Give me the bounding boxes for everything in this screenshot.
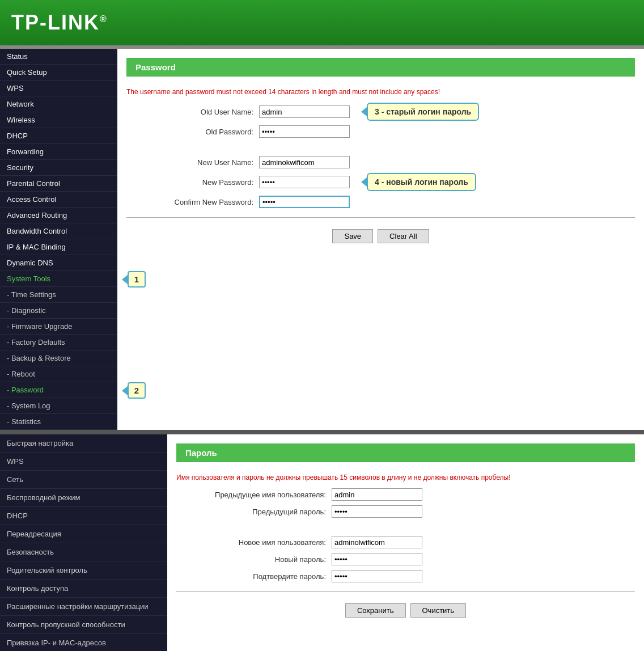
- sidebar-item-system-tools[interactable]: System Tools 1: [0, 271, 117, 287]
- old-password-label: Old Password:: [151, 128, 253, 136]
- ru-confirm-pass-row: Подтвердите пароль:: [167, 570, 644, 582]
- annotation-badge-2: 2: [122, 382, 146, 399]
- callout-4: 4 - новый логин пароль: [361, 173, 476, 191]
- new-password-label: New Password:: [151, 178, 253, 187]
- sidebar-ru-network[interactable]: Сеть: [0, 471, 167, 489]
- ru-old-user-row: Предыдущее имя пользователя:: [167, 488, 644, 501]
- bottom-section: Быстрая настройка WPS Сеть Беспроводной …: [0, 434, 644, 651]
- sidebar-top: Status Quick Setup WPS Network Wireless …: [0, 49, 117, 430]
- sidebar-ru-parental[interactable]: Родительский контроль: [0, 561, 167, 580]
- sidebar-item-network[interactable]: Network: [0, 96, 117, 112]
- top-section: Status Quick Setup WPS Network Wireless …: [0, 49, 644, 430]
- ru-save-button[interactable]: Сохранить: [345, 603, 406, 618]
- confirm-password-label: Confirm New Password:: [151, 198, 253, 206]
- ru-old-username-input[interactable]: [332, 488, 422, 501]
- new-password-input[interactable]: [259, 176, 350, 188]
- warning-ru: Имя пользователя и пароль не должны прев…: [167, 469, 644, 488]
- callout-3: 3 - старый логин пароль: [361, 103, 479, 121]
- sidebar-item-syslog[interactable]: - System Log: [0, 398, 117, 414]
- ru-new-pass-label: Новый пароль:: [179, 555, 326, 564]
- new-username-input[interactable]: [259, 156, 350, 168]
- content-top: Password The username and password must …: [117, 49, 644, 430]
- sidebar-item-time[interactable]: - Time Settings: [0, 287, 117, 303]
- warning-text: The username and password must not excee…: [117, 83, 644, 103]
- ru-old-pass-input[interactable]: [332, 505, 422, 518]
- sidebar-item-bandwidth[interactable]: Bandwidth Control: [0, 223, 117, 239]
- old-username-label: Old User Name:: [151, 108, 253, 116]
- ru-new-username-input[interactable]: [332, 536, 422, 548]
- old-username-input[interactable]: [259, 105, 350, 118]
- ru-old-pass-label: Предыдущий пароль:: [179, 508, 326, 516]
- new-password-row: New Password: 4 - новый логин пароль: [117, 173, 644, 191]
- sidebar-item-dhcp[interactable]: DHCP: [0, 128, 117, 144]
- ru-clear-button[interactable]: Очистить: [410, 603, 467, 618]
- old-password-row: Old Password:: [117, 125, 644, 138]
- header: TP-LINK®: [0, 0, 644, 45]
- sidebar-item-quick-setup[interactable]: Quick Setup: [0, 65, 117, 81]
- ru-button-row: Сохранить Очистить: [167, 603, 644, 629]
- confirm-password-row: Confirm New Password:: [117, 196, 644, 208]
- ru-new-user-row: Новое имя пользователя:: [167, 536, 644, 548]
- ru-new-pass-row: Новый пароль:: [167, 553, 644, 565]
- sidebar-item-status[interactable]: Status: [0, 49, 117, 65]
- sidebar-item-adv-routing[interactable]: Advanced Routing: [0, 208, 117, 223]
- annotation-badge-1: 1: [122, 271, 146, 288]
- sidebar-item-parental[interactable]: Parental Control: [0, 176, 117, 192]
- sidebar-item-diagnostic[interactable]: - Diagnostic: [0, 303, 117, 319]
- content-ru: Пароль Имя пользователя и пароль не долж…: [167, 434, 644, 651]
- sidebar-item-password[interactable]: - Password 2: [0, 382, 117, 398]
- sidebar-ru-bandwidth[interactable]: Контроль пропускной способности: [0, 616, 167, 634]
- ru-confirm-pass-label: Подтвердите пароль:: [179, 572, 326, 581]
- old-username-row: Old User Name: 3 - старый логин пароль: [117, 103, 644, 121]
- sidebar-ru-dhcp[interactable]: DHCP: [0, 507, 167, 525]
- confirm-password-input[interactable]: [259, 196, 350, 208]
- sidebar-item-reboot[interactable]: - Reboot: [0, 366, 117, 382]
- clear-button[interactable]: Clear All: [378, 229, 429, 243]
- ru-old-pass-row: Предыдущий пароль:: [167, 505, 644, 518]
- sidebar-item-factory[interactable]: - Factory Defaults: [0, 335, 117, 350]
- sidebar-ru-ip-mac[interactable]: Привязка IP- и MAC-адресов: [0, 634, 167, 651]
- sidebar-item-ip-mac[interactable]: IP & MAC Binding: [0, 239, 117, 255]
- sidebar-ru-security[interactable]: Безопасность: [0, 543, 167, 561]
- sidebar-item-wps[interactable]: WPS: [0, 81, 117, 96]
- sidebar-item-forwarding[interactable]: Forwarding: [0, 144, 117, 160]
- sidebar-ru-access[interactable]: Контроль доступа: [0, 580, 167, 598]
- new-username-row: New User Name:: [117, 156, 644, 168]
- sidebar-item-security[interactable]: Security: [0, 160, 117, 176]
- sidebar-item-backup[interactable]: - Backup & Restore: [0, 350, 117, 366]
- sidebar-ru-wireless[interactable]: Беспроводной режим: [0, 489, 167, 507]
- ru-new-user-label: Новое имя пользователя:: [179, 538, 326, 547]
- sidebar-item-ddns[interactable]: Dynamic DNS: [0, 255, 117, 271]
- new-username-label: New User Name:: [151, 158, 253, 167]
- sidebar-item-access[interactable]: Access Control: [0, 192, 117, 208]
- ru-new-pass-input[interactable]: [332, 553, 422, 565]
- button-row: Save Clear All: [117, 229, 644, 255]
- sidebar-ru-forwarding[interactable]: Переадресация: [0, 525, 167, 543]
- sidebar-ru: Быстрая настройка WPS Сеть Беспроводной …: [0, 434, 167, 651]
- ru-confirm-pass-input[interactable]: [332, 570, 422, 582]
- ru-old-user-label: Предыдущее имя пользователя:: [179, 491, 326, 499]
- sidebar-item-statistics[interactable]: - Statistics: [0, 414, 117, 430]
- sidebar-ru-adv-routing[interactable]: Расширенные настройки маршрутизации: [0, 598, 167, 616]
- section-title-ru: Пароль: [176, 443, 635, 462]
- sidebar-ru-wps[interactable]: WPS: [0, 453, 167, 471]
- old-password-input[interactable]: [259, 125, 350, 138]
- save-button[interactable]: Save: [332, 229, 373, 243]
- sidebar-item-wireless[interactable]: Wireless: [0, 112, 117, 128]
- sidebar-item-firmware[interactable]: - Firmware Upgrade: [0, 319, 117, 335]
- sidebar-ru-quick[interactable]: Быстрая настройка: [0, 434, 167, 453]
- section-title-password: Password: [126, 58, 635, 77]
- logo: TP-LINK®: [11, 11, 108, 35]
- section-divider: [0, 430, 644, 434]
